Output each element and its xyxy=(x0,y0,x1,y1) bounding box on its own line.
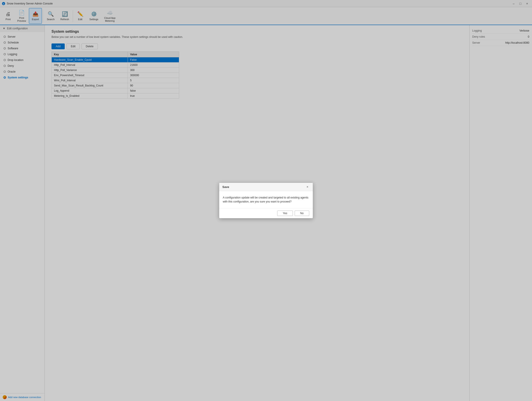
modal-body: A configuration update will be created a… xyxy=(219,191,313,208)
modal-title: Save xyxy=(222,185,229,189)
modal-header: Save × xyxy=(219,183,313,191)
modal-no-button[interactable]: No xyxy=(295,211,309,216)
modal-close-button[interactable]: × xyxy=(305,185,310,189)
save-dialog: Save × A configuration update will be cr… xyxy=(219,183,313,218)
modal-yes-button[interactable]: Yes xyxy=(277,211,293,216)
modal-overlay: Save × A configuration update will be cr… xyxy=(0,0,532,401)
modal-footer: Yes No xyxy=(219,208,313,218)
modal-message: A configuration update will be created a… xyxy=(223,196,308,203)
